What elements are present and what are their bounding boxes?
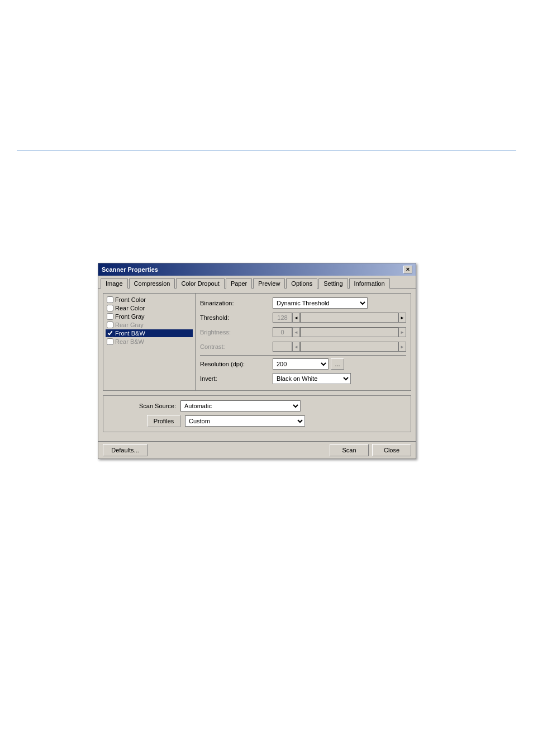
contrast-track [300, 342, 398, 352]
scan-source-label: Scan Source: [108, 403, 180, 409]
tab-paper[interactable]: Paper [226, 278, 252, 289]
invert-select[interactable]: Black on White White on Black [273, 373, 351, 384]
label-rear-color: Rear Color [115, 305, 145, 311]
tab-compression[interactable]: Compression [129, 278, 175, 289]
threshold-right-arrow[interactable]: ► [398, 313, 406, 323]
tab-color-dropout[interactable]: Color Dropout [176, 278, 224, 289]
footer-right: Scan Close [330, 444, 411, 456]
dialog-titlebar: Scanner Properties ✕ [98, 263, 416, 276]
image-option-front-gray[interactable]: Front Gray [106, 313, 193, 320]
separator [200, 355, 406, 356]
contrast-label: Contrast: [200, 343, 273, 350]
label-rear-bw: Rear B&W [115, 338, 144, 345]
tab-bar: Image Compression Color Dropout Paper Pr… [98, 276, 416, 289]
label-front-color: Front Color [115, 296, 146, 303]
checkbox-front-gray[interactable] [107, 313, 113, 320]
dialog-footer: Defaults... Scan Close [98, 441, 416, 459]
threshold-value: 128 [273, 313, 292, 323]
contrast-slider-container: ◄ ► [273, 342, 406, 352]
checkbox-front-bw[interactable] [107, 330, 113, 337]
binarization-control: Dynamic Threshold Fixed Processing Halft… [273, 297, 406, 309]
main-area: Front Color Rear Color Front Gray Rear G… [103, 293, 411, 391]
threshold-row: Threshold: 128 ◄ ► [200, 311, 406, 324]
binarization-select[interactable]: Dynamic Threshold Fixed Processing Halft… [273, 297, 368, 309]
image-option-front-bw[interactable]: Front B&W [106, 329, 193, 337]
scan-button[interactable]: Scan [330, 444, 369, 456]
brightness-value: 0 [273, 327, 292, 337]
invert-control: Black on White White on Black [273, 373, 406, 384]
image-type-list: Front Color Rear Color Front Gray Rear G… [103, 294, 196, 390]
footer-left: Defaults... [103, 444, 147, 456]
horizontal-rule [17, 150, 516, 150]
invert-row: Invert: Black on White White on Black [200, 372, 406, 385]
settings-panel: Binarization: Dynamic Threshold Fixed Pr… [196, 294, 411, 390]
brightness-right-arrow: ► [398, 327, 406, 337]
bottom-section: Scan Source: Automatic ADF Front Side AD… [103, 395, 411, 432]
checkbox-rear-bw[interactable] [107, 338, 113, 345]
invert-label: Invert: [200, 375, 273, 382]
tab-preview[interactable]: Preview [253, 278, 285, 289]
contrast-value [273, 342, 292, 352]
brightness-left-arrow: ◄ [292, 327, 300, 337]
binarization-label: Binarization: [200, 300, 273, 306]
tab-options[interactable]: Options [286, 278, 317, 289]
checkbox-rear-gray[interactable] [107, 322, 113, 328]
contrast-row: Contrast: ◄ ► [200, 341, 406, 353]
brightness-slider-container: 0 ◄ ► [273, 327, 406, 337]
brightness-row: Brightness: 0 ◄ ► [200, 326, 406, 338]
resolution-custom-button[interactable]: ... [331, 358, 344, 370]
brightness-label: Brightness: [200, 329, 273, 336]
profiles-row: Profiles Custom Profile 1 Profile 2 [108, 415, 406, 427]
tab-setting[interactable]: Setting [318, 278, 348, 289]
threshold-track[interactable] [300, 313, 398, 323]
resolution-label: Resolution (dpi): [200, 361, 273, 367]
threshold-slider-container: 128 ◄ ► [273, 313, 406, 323]
image-option-front-color[interactable]: Front Color [106, 296, 193, 304]
resolution-control: 75 100 150 200 240 300 400 600 ... [273, 358, 406, 370]
threshold-control: 128 ◄ ► [273, 313, 406, 323]
dialog-close-button[interactable]: ✕ [403, 266, 412, 273]
close-button[interactable]: Close [372, 444, 411, 456]
dialog-title: Scanner Properties [102, 266, 158, 273]
resolution-row: Resolution (dpi): 75 100 150 200 240 300… [200, 358, 406, 370]
scan-source-row: Scan Source: Automatic ADF Front Side AD… [108, 400, 406, 412]
image-option-rear-gray[interactable]: Rear Gray [106, 321, 193, 329]
checkbox-front-color[interactable] [107, 296, 113, 303]
profiles-button[interactable]: Profiles [147, 415, 180, 427]
label-front-bw: Front B&W [115, 330, 145, 337]
threshold-label: Threshold: [200, 314, 273, 321]
scanner-properties-dialog: Scanner Properties ✕ Image Compression C… [98, 263, 416, 459]
defaults-button[interactable]: Defaults... [103, 444, 147, 456]
tab-image[interactable]: Image [101, 278, 128, 289]
profiles-select[interactable]: Custom Profile 1 Profile 2 [185, 415, 305, 427]
image-option-rear-bw[interactable]: Rear B&W [106, 338, 193, 346]
label-front-gray: Front Gray [115, 313, 145, 320]
threshold-left-arrow[interactable]: ◄ [292, 313, 300, 323]
image-option-rear-color[interactable]: Rear Color [106, 304, 193, 312]
binarization-row: Binarization: Dynamic Threshold Fixed Pr… [200, 297, 406, 309]
contrast-control: ◄ ► [273, 342, 406, 352]
scan-source-select[interactable]: Automatic ADF Front Side ADF Rear Side A… [180, 400, 301, 412]
contrast-right-arrow: ► [398, 342, 406, 352]
brightness-track [300, 327, 398, 337]
dialog-content: Front Color Rear Color Front Gray Rear G… [98, 289, 416, 441]
resolution-select[interactable]: 75 100 150 200 240 300 400 600 [273, 358, 329, 370]
contrast-left-arrow: ◄ [292, 342, 300, 352]
tab-information[interactable]: Information [349, 278, 390, 289]
checkbox-rear-color[interactable] [107, 305, 113, 311]
label-rear-gray: Rear Gray [115, 322, 144, 328]
brightness-control: 0 ◄ ► [273, 327, 406, 337]
